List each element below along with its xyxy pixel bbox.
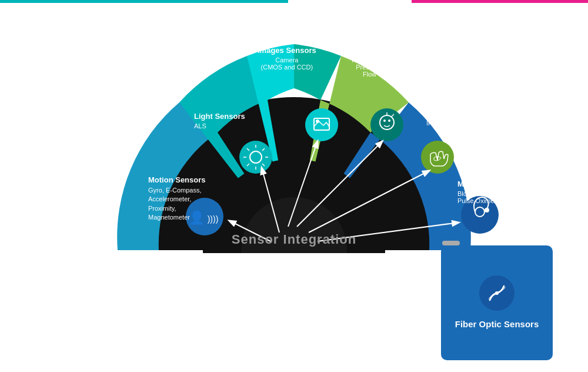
top-bar-teal bbox=[0, 0, 288, 3]
svg-point-27 bbox=[316, 119, 319, 123]
motion-sensors-label: Motion Sensors Gyro, E-Compass,Accelerom… bbox=[148, 175, 206, 222]
images-sensors-label: Images Sensors Camera(CMOS and CCD) bbox=[258, 46, 316, 71]
svg-point-29 bbox=[383, 119, 386, 122]
svg-point-35 bbox=[495, 291, 499, 295]
svg-text:)))): )))) bbox=[208, 214, 219, 224]
fiber-optic-panel: Fiber Optic Sensors bbox=[441, 245, 553, 360]
top-bar-pink bbox=[412, 0, 588, 3]
medical-label: Medical Blood Pressure,Pulse Oximetry bbox=[457, 180, 503, 204]
fiber-optic-icon-circle bbox=[479, 275, 514, 311]
svg-point-34 bbox=[485, 208, 489, 212]
svg-point-30 bbox=[388, 119, 390, 122]
light-sensors-label: Light Sensors ALS bbox=[194, 112, 245, 129]
industrial-sensors-label: Industrial Sensors Temperature,Pressure,… bbox=[336, 46, 403, 78]
sensor-integration-label: Sensor Integration bbox=[232, 232, 356, 247]
scroll-indicator bbox=[442, 241, 460, 245]
diagram-container: 👤 )))) Moti bbox=[65, 12, 523, 265]
biometrics-label: Biometrics Finger Print,IRIS bbox=[426, 102, 466, 127]
svg-point-5 bbox=[305, 108, 338, 141]
svg-point-7 bbox=[421, 141, 454, 174]
fiber-optic-label: Fiber Optic Sensors bbox=[455, 318, 539, 330]
